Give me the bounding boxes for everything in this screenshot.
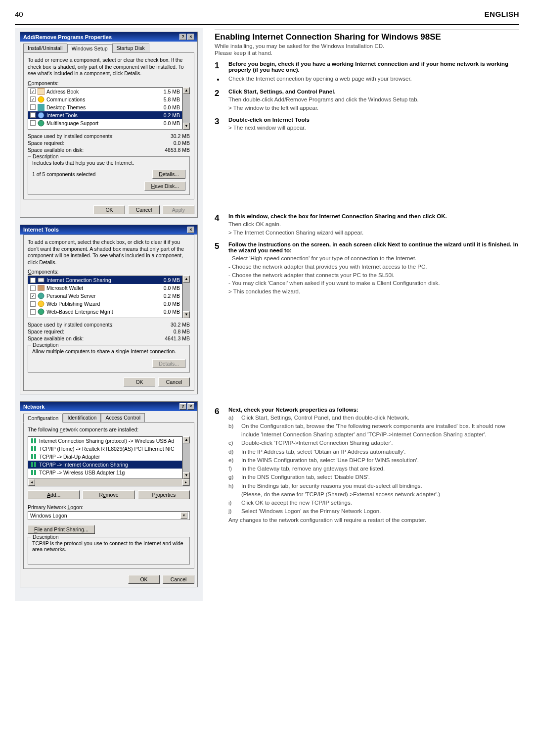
svg-point-3 — [38, 112, 44, 118]
file-print-sharing-button[interactable]: File and Print Sharing... — [28, 525, 95, 534]
checkbox-icon[interactable] — [30, 301, 36, 307]
step-3-text-1: > The next window will appear. — [228, 124, 519, 132]
scroll-up-icon[interactable]: ▲ — [183, 87, 190, 94]
step-6h2-spacer — [228, 490, 237, 499]
step-5-item-2: - Choose the network adapter that provid… — [228, 263, 519, 271]
checkbox-icon[interactable] — [30, 309, 36, 315]
space-used-label: Space used by installed components: — [28, 322, 114, 328]
list-item: ✓Address Book1.5 MB — [28, 88, 182, 95]
cancel-button[interactable]: Cancel — [163, 575, 194, 584]
step-5-heading: Follow the instructions on the screen, i… — [228, 241, 519, 253]
header-separator — [15, 24, 519, 25]
checkbox-icon[interactable]: ✓ — [30, 89, 36, 94]
step-6g: In the DNS Configuration tab, select 'Di… — [241, 473, 370, 481]
svg-rect-18 — [31, 470, 33, 475]
checkbox-icon[interactable] — [30, 104, 36, 110]
svg-rect-10 — [31, 438, 33, 443]
checkbox-icon[interactable] — [30, 285, 36, 291]
list-item: Web-Based Enterprise Mgmt0.0 MB — [28, 308, 182, 316]
addremove-title: Add/Remove Programs Properties — [23, 34, 112, 40]
scroll-down-icon[interactable]: ▼ — [183, 311, 190, 318]
list-item: Multilanguage Support0.0 MB — [28, 119, 182, 127]
cancel-button[interactable]: Cancel — [158, 378, 190, 386]
step-number: 5 — [215, 241, 222, 295]
checkbox-icon[interactable]: ✓ — [30, 278, 36, 283]
step-5-item-4: - You may click 'Cancel' when asked if y… — [228, 279, 519, 287]
components-list[interactable]: ✓Internet Connection Sharing0.9 MB Micro… — [28, 276, 182, 318]
checkbox-icon[interactable]: ✓ — [30, 96, 36, 102]
scrollbar[interactable]: ▲ ▼ — [182, 436, 190, 479]
properties-button[interactable]: Properties — [138, 490, 190, 499]
scroll-down-icon[interactable]: ▼ — [183, 472, 190, 479]
remove-button[interactable]: Remove — [83, 490, 134, 499]
chevron-down-icon[interactable]: ▼ — [180, 512, 187, 519]
page-header: 40 ENGLISH — [15, 10, 519, 24]
space-used-value: 30.2 MB — [171, 322, 190, 328]
close-icon[interactable]: × — [187, 227, 194, 233]
step-6h-letter: h) — [228, 482, 237, 490]
wallet-icon — [38, 284, 44, 291]
multilang-icon — [38, 120, 44, 127]
ok-button[interactable]: OK — [124, 378, 155, 386]
tab-configuration[interactable]: Configuration — [23, 414, 63, 423]
step-5-item-1: - Select 'High-speed connection' for you… — [228, 254, 519, 263]
scroll-right-icon[interactable]: ▸ — [182, 479, 189, 486]
step-6d: In the IP Address tab, select 'Obtain an… — [241, 448, 406, 456]
list-item: Web Publishing Wizard0.0 MB — [28, 300, 182, 308]
tab-access-control[interactable]: Access Control — [101, 413, 145, 422]
ittools-title: Internet Tools — [23, 227, 59, 233]
tab-windows-setup[interactable]: Windows Setup — [67, 44, 112, 53]
scrollbar[interactable]: ▲ ▼ — [182, 87, 190, 130]
selected-count: 1 of 5 components selected — [32, 171, 95, 177]
step-2-text-1: Then double-click Add/Remove Programs an… — [228, 95, 519, 104]
have-disk-button[interactable]: Have Disk... — [144, 182, 185, 190]
tab-startup-disk[interactable]: Startup Disk — [112, 44, 149, 52]
scrollbar[interactable]: ▲ ▼ — [182, 276, 190, 318]
scroll-up-icon[interactable]: ▲ — [183, 436, 190, 443]
space-used-value: 30.2 MB — [171, 133, 190, 139]
checkbox-icon[interactable]: ✓ — [30, 112, 36, 118]
scroll-up-icon[interactable]: ▲ — [183, 276, 190, 283]
svg-point-4 — [38, 120, 44, 126]
addremove-tabs: Install/Uninstall Windows Setup Startup … — [20, 42, 197, 52]
network-titlebar: Network ? × — [20, 402, 197, 411]
tab-identification[interactable]: Identification — [63, 413, 101, 422]
details-button[interactable]: Details... — [152, 170, 185, 179]
list-item-selected: TCP/IP -> Internet Connection Sharing — [28, 461, 182, 469]
close-icon[interactable]: × — [187, 403, 194, 410]
article-subtitle-1: While installing, you may be asked for t… — [215, 43, 519, 49]
step-6j: Select 'Windows Logon' as the Primary Ne… — [241, 507, 381, 516]
article-title: Enabling Internet Connection Sharing for… — [215, 32, 519, 42]
help-icon[interactable]: ? — [179, 403, 186, 410]
svg-rect-0 — [38, 88, 44, 95]
step-6b: On the Configuration tab, browse the 'Th… — [241, 422, 519, 439]
scroll-down-icon[interactable]: ▼ — [183, 123, 190, 130]
scroll-left-icon[interactable]: ◂ — [28, 479, 35, 486]
protocol-icon — [30, 437, 37, 444]
space-used-label: Space used by installed components: — [28, 133, 114, 139]
step-6h2: (Please, do the same for 'TCP/IP (Shared… — [241, 490, 440, 499]
ok-button[interactable]: OK — [93, 205, 125, 214]
svg-rect-19 — [34, 470, 36, 475]
close-icon[interactable]: × — [187, 34, 194, 40]
svg-rect-2 — [38, 104, 44, 111]
webserver-icon — [38, 292, 44, 299]
primary-logon-dropdown[interactable]: Windows Logon ▼ — [28, 511, 190, 520]
step-3-heading: Double-click on Internet Tools — [228, 117, 519, 123]
checkbox-icon[interactable]: ✓ — [30, 293, 36, 299]
network-components-list[interactable]: Internet Connection Sharing (protocol) -… — [28, 436, 182, 479]
help-icon[interactable]: ? — [179, 34, 186, 40]
ok-button[interactable]: OK — [128, 575, 160, 584]
components-list[interactable]: ✓Address Book1.5 MB ✓Communications5.8 M… — [28, 87, 182, 130]
step-5: 5 Follow the instructions on the screen,… — [215, 241, 519, 295]
step-3: 3 Double-click on Internet Tools > The n… — [215, 117, 519, 132]
add-button[interactable]: Add... — [28, 490, 80, 499]
tab-install[interactable]: Install/Uninstall — [23, 44, 67, 52]
list-item: TCP/IP -> Wireless USB Adapter 11g — [28, 469, 182, 476]
wbem-icon — [38, 308, 44, 315]
primary-logon-label: Primary Network Logon: — [28, 504, 190, 510]
description-group: Description Includes tools that help you… — [28, 156, 190, 195]
checkbox-icon[interactable] — [30, 120, 36, 126]
cancel-button[interactable]: Cancel — [128, 205, 160, 214]
space-avail-value: 4641.3 MB — [165, 335, 190, 341]
